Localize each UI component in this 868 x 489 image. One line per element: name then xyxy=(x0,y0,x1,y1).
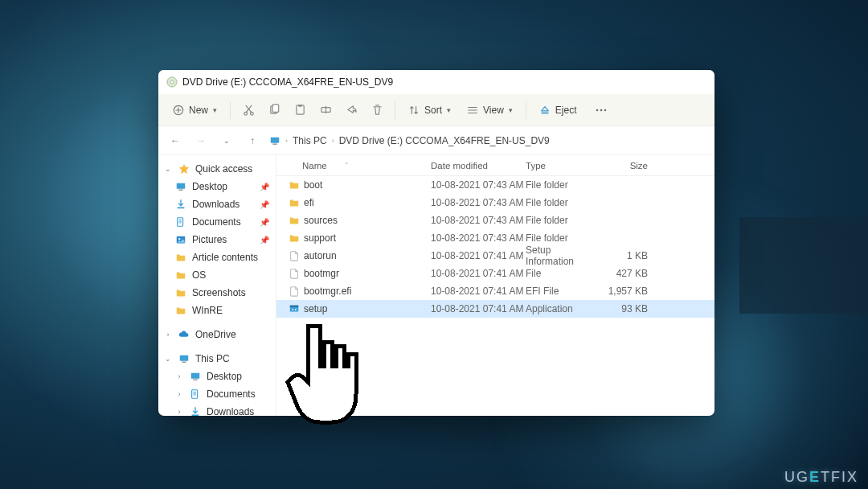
file-size: 1,957 KB xyxy=(600,286,648,297)
new-button[interactable]: New ▾ xyxy=(166,101,223,120)
sidebar-item[interactable]: Desktop📌 xyxy=(158,178,276,195)
file-row[interactable]: sources10-08-2021 07:43 AMFile folder xyxy=(276,212,714,229)
file-type: EFI File xyxy=(526,286,600,297)
file-row[interactable]: support10-08-2021 07:43 AMFile folder xyxy=(276,229,714,247)
svg-rect-15 xyxy=(272,143,276,144)
column-date[interactable]: Date modified xyxy=(431,161,526,171)
file-date: 10-08-2021 07:43 AM xyxy=(431,215,526,226)
sidebar-item[interactable]: WInRE xyxy=(158,302,276,319)
documents-icon xyxy=(189,388,202,401)
column-type[interactable]: Type xyxy=(526,161,600,171)
file-list-pane: Name˄ Date modified Type Size boot10-08-… xyxy=(276,155,714,416)
file-name: autorun xyxy=(302,250,431,261)
file-date: 10-08-2021 07:43 AM xyxy=(431,179,526,191)
app-icon xyxy=(286,303,302,314)
pin-icon: 📌 xyxy=(260,183,269,191)
file-row[interactable]: bootmgr.efi10-08-2021 07:41 AMEFI File1,… xyxy=(276,282,714,300)
folder-icon xyxy=(174,269,187,281)
folder-icon xyxy=(174,251,187,264)
sidebar-item[interactable]: Pictures📌 xyxy=(158,231,276,249)
svg-rect-6 xyxy=(272,105,279,112)
sort-asc-icon: ˄ xyxy=(345,162,349,170)
folder-icon xyxy=(286,232,302,244)
svg-rect-10 xyxy=(541,112,548,113)
chevron-right-icon: › xyxy=(163,331,173,339)
back-button[interactable]: ← xyxy=(166,132,184,150)
up-button[interactable]: ↑ xyxy=(244,132,261,150)
sidebar-item-label: Desktop xyxy=(192,181,227,192)
folder-icon xyxy=(286,215,302,226)
more-button[interactable] xyxy=(590,99,612,121)
sidebar-item[interactable]: ›Desktop xyxy=(158,368,276,385)
forward-button[interactable]: → xyxy=(192,132,210,150)
breadcrumb[interactable]: › This PC › DVD Drive (E:) CCCOMA_X64FRE… xyxy=(269,135,706,146)
svg-point-3 xyxy=(244,112,247,115)
file-row[interactable]: boot10-08-2021 07:43 AMFile folder xyxy=(276,176,714,194)
downloads-icon xyxy=(174,198,187,211)
sidebar-item-quick-access[interactable]: ⌄ Quick access xyxy=(158,160,276,178)
toolbar: New ▾ Sort ▾ View ▾ Eject xyxy=(158,94,714,126)
file-type: File folder xyxy=(526,197,600,208)
sidebar-item-label: Quick access xyxy=(195,163,252,175)
sidebar-item-onedrive[interactable]: › OneDrive xyxy=(158,326,276,343)
sidebar-item-label: This PC xyxy=(195,353,230,364)
svg-point-12 xyxy=(600,109,602,111)
sidebar-item[interactable]: Documents📌 xyxy=(158,213,276,231)
sort-button[interactable]: Sort ▾ xyxy=(402,101,457,120)
share-button[interactable] xyxy=(340,99,362,121)
paste-button[interactable] xyxy=(289,99,311,121)
sidebar-item[interactable]: Screenshots xyxy=(158,284,276,302)
recent-locations-button[interactable]: ⌄ xyxy=(218,132,235,150)
desktop-icon xyxy=(189,370,202,383)
sidebar-item[interactable]: Downloads📌 xyxy=(158,195,276,213)
file-row[interactable]: autorun10-08-2021 07:41 AMSetup Informat… xyxy=(276,247,714,265)
file-row[interactable]: setup10-08-2021 07:41 AMApplication93 KB xyxy=(276,300,714,318)
file-type: File xyxy=(526,268,600,279)
cut-button[interactable] xyxy=(237,99,260,121)
chevron-right-icon: › xyxy=(174,408,184,416)
crumb-sep-icon: › xyxy=(332,137,334,145)
file-name: bootmgr xyxy=(302,268,431,279)
svg-point-11 xyxy=(596,109,598,111)
file-date: 10-08-2021 07:43 AM xyxy=(431,197,526,208)
eject-button[interactable]: Eject xyxy=(533,101,583,120)
sidebar-item-label: Documents xyxy=(192,216,241,228)
file-type: Application xyxy=(526,303,600,314)
navigation-row: ← → ⌄ ↑ › This PC › DVD Drive (E:) CCCOM… xyxy=(158,126,714,155)
file-name: support xyxy=(302,232,431,244)
rename-button[interactable] xyxy=(314,99,337,121)
file-name: sources xyxy=(302,215,431,226)
file-type: Setup Information xyxy=(526,244,600,267)
view-button[interactable]: View ▾ xyxy=(461,101,519,120)
new-label: New xyxy=(189,105,208,116)
crumb-drive[interactable]: DVD Drive (E:) CCCOMA_X64FRE_EN-US_DV9 xyxy=(339,135,550,146)
svg-rect-23 xyxy=(182,362,186,363)
file-icon xyxy=(286,250,302,261)
folder-icon xyxy=(174,304,187,317)
file-row[interactable]: bootmgr10-08-2021 07:41 AMFile427 KB xyxy=(276,265,714,282)
delete-button[interactable] xyxy=(366,99,388,121)
sidebar-item[interactable]: ›Downloads xyxy=(158,403,276,416)
file-type: File folder xyxy=(526,215,600,226)
svg-rect-22 xyxy=(180,355,189,361)
documents-icon xyxy=(174,216,187,228)
sidebar-item-label: OneDrive xyxy=(195,329,236,340)
file-row[interactable]: efi10-08-2021 07:43 AMFile folder xyxy=(276,194,714,212)
pin-icon: 📌 xyxy=(260,200,269,209)
column-size[interactable]: Size xyxy=(600,161,648,171)
file-date: 10-08-2021 07:41 AM xyxy=(431,286,526,297)
sidebar-item-this-pc[interactable]: ⌄ This PC xyxy=(158,350,276,368)
column-name[interactable]: Name xyxy=(302,161,327,171)
sidebar-item[interactable]: ›Documents xyxy=(158,385,276,403)
sidebar-item[interactable]: Article contents xyxy=(158,249,276,266)
svg-rect-19 xyxy=(178,218,183,227)
file-name: setup xyxy=(302,303,431,314)
copy-button[interactable] xyxy=(263,99,285,121)
titlebar[interactable]: DVD Drive (E:) CCCOMA_X64FRE_EN-US_DV9 xyxy=(158,70,714,94)
sidebar-item[interactable]: OS xyxy=(158,266,276,284)
column-headers[interactable]: Name˄ Date modified Type Size xyxy=(276,155,714,176)
chevron-right-icon: › xyxy=(174,372,184,380)
file-size: 427 KB xyxy=(600,268,648,279)
chevron-down-icon: ▾ xyxy=(447,106,451,114)
crumb-this-pc[interactable]: This PC xyxy=(293,135,327,146)
